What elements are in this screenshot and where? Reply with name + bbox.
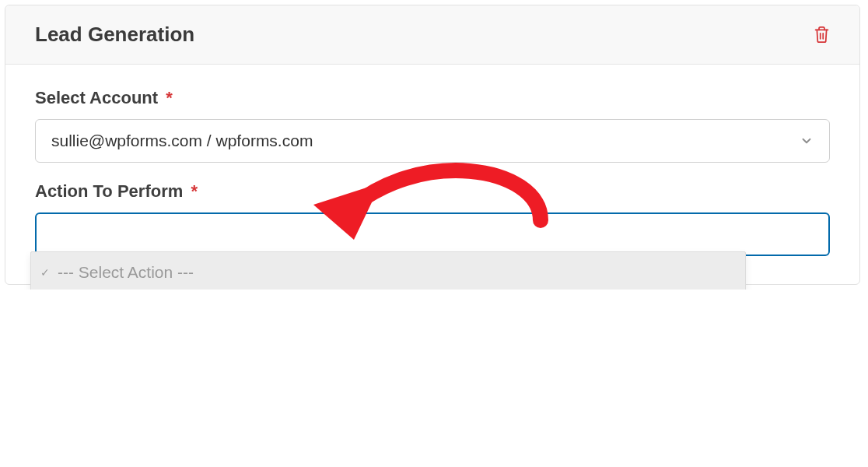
lead-generation-panel: Lead Generation Select Account * sullie@… <box>5 5 860 285</box>
dropdown-option-create-update-contact[interactable]: Create/Update Contact <box>31 286 745 290</box>
action-to-perform-label: Action To Perform * <box>35 181 830 202</box>
select-account-dropdown[interactable]: sullie@wpforms.com / wpforms.com <box>35 119 830 163</box>
required-mark: * <box>166 88 173 107</box>
panel-body: Select Account * sullie@wpforms.com / wp… <box>5 65 859 284</box>
panel-title: Lead Generation <box>35 23 194 47</box>
dropdown-placeholder: ✓ --- Select Action --- <box>31 258 745 286</box>
select-account-label: Select Account * <box>35 88 830 108</box>
label-text: Action To Perform <box>35 181 183 201</box>
chevron-down-icon <box>800 134 814 148</box>
delete-button[interactable] <box>814 26 830 44</box>
panel-header: Lead Generation <box>5 5 859 65</box>
select-account-value: sullie@wpforms.com / wpforms.com <box>51 132 800 150</box>
check-icon: ✓ <box>40 266 50 279</box>
required-mark: * <box>191 181 198 201</box>
action-to-perform-dropdown[interactable]: ✓ --- Select Action --- Create/Update Co… <box>35 212 830 256</box>
label-text: Select Account <box>35 88 158 107</box>
action-to-perform-field: Action To Perform * ✓ --- Select Action … <box>35 181 830 256</box>
select-account-field: Select Account * sullie@wpforms.com / wp… <box>35 88 830 163</box>
trash-icon <box>814 26 830 44</box>
placeholder-text: --- Select Action --- <box>58 263 194 282</box>
action-dropdown-list: ✓ --- Select Action --- Create/Update Co… <box>30 251 746 290</box>
